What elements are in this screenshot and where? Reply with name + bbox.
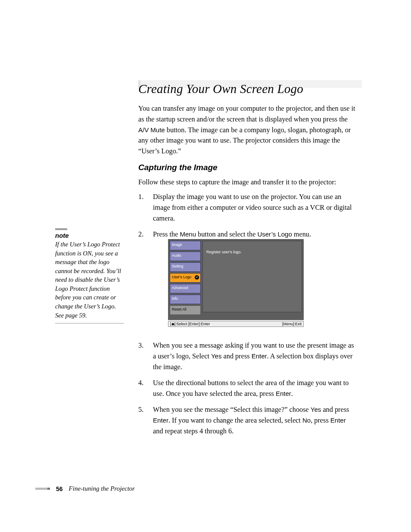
t: Press the [153,230,180,238]
t: and press [221,352,251,360]
t: , press [311,416,330,424]
t: and repeat steps 4 through 6. [153,427,234,435]
enter-label: Enter [276,390,291,397]
enter-label: Enter [330,417,346,424]
no-label: No [302,417,311,424]
note-text: If the User’s Logo Protect function is O… [55,240,124,320]
yes-label: Yes [211,352,221,360]
t: . If you want to change the area selecte… [168,416,302,424]
step-body: Use the directional buttons to select th… [153,378,355,399]
menu-content: Register user's logo. [202,241,302,312]
intro-paragraph: You can transfer any image on your compu… [138,103,356,157]
t: Use the directional buttons to select th… [153,379,349,398]
intro2: Follow these steps to capture the image … [138,177,358,188]
page-footer: 56 Fine-tuning the Projector [35,485,135,492]
step-2: 2. Press the Menu button and select the … [138,229,358,240]
intro-text-a: You can transfer any image on your compu… [138,104,355,123]
step-num: 2. [138,229,151,240]
menu-item-label: User's Logo [172,275,191,279]
step-num: 1. [138,192,151,202]
av-mute-label: A/V Mute [138,126,165,134]
intro-text-c: button. The image can be a company logo,… [138,126,351,156]
menu-sidebar: Image Audio Setting User's Logo ↵ Advanc… [170,241,201,316]
note-rule [55,228,67,230]
step-num: 4. [138,378,151,389]
menu-item-setting[interactable]: Setting [170,262,201,272]
t: and press [321,405,349,414]
page-number: 56 [56,485,63,492]
note-title: note [55,232,124,239]
menu-footer-left: [◆]:Select [Enter]:Enter [170,322,210,326]
menu-item-reset-all[interactable]: Reset All [170,305,201,315]
note-rule [55,323,124,324]
sub-heading: Capturing the Image [138,163,218,172]
t: button and select the [196,230,257,238]
step-body: When you see a message asking if you wan… [153,340,355,372]
menu-footer-right: [Menu]:Exit [282,322,302,326]
step-5: 5. When you see the message “Select this… [138,404,358,436]
menu-panel: Image Audio Setting User's Logo ↵ Advanc… [168,239,304,320]
section-title: Fine-tuning the Projector [69,485,135,492]
t: When you see the message “Select this im… [153,405,311,414]
menu-item-info[interactable]: Info [170,295,201,304]
menu-item-advanced[interactable]: Advanced [170,284,201,293]
t: menu. [292,230,311,238]
menu-label: Menu [180,230,196,238]
footer-tick-icon [35,488,50,490]
menu-item-audio[interactable]: Audio [170,252,201,261]
manual-page: Creating Your Own Screen Logo You can tr… [0,0,411,532]
t: . [291,389,293,398]
menu-item-image[interactable]: Image [170,241,201,250]
step-4: 4. Use the directional buttons to select… [138,378,358,399]
page-title: Creating Your Own Screen Logo [138,82,303,96]
step-body: Display the image you want to use on the… [153,192,355,224]
step-num: 5. [138,404,151,415]
menu-item-users-logo[interactable]: User's Logo ↵ [170,273,201,283]
step-num: 3. [138,340,151,351]
enter-label: Enter [252,352,267,360]
step-body: When you see the message “Select this im… [153,404,355,436]
note-block: note If the User’s Logo Protect function… [55,228,124,324]
menu-footer: [◆]:Select [Enter]:Enter [Menu]:Exit [168,321,304,327]
projector-menu-screenshot: Image Audio Setting User's Logo ↵ Advanc… [168,239,304,327]
enter-label: Enter [153,417,168,424]
yes-label: Yes [311,406,321,413]
step-body: Press the Menu button and select the Use… [153,229,355,240]
step-1: 1. Display the image you want to use on … [138,192,358,224]
step-3: 3. When you see a message asking if you … [138,340,358,372]
enter-icon: ↵ [195,275,199,280]
users-logo-label: User’s Logo [257,230,292,238]
